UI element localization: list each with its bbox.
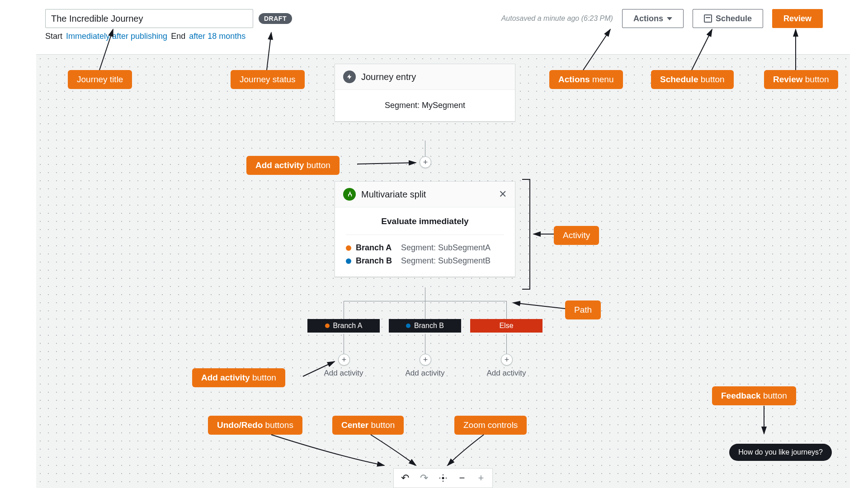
- add-activity-button-a[interactable]: +: [338, 354, 350, 366]
- journey-title-input[interactable]: [45, 9, 253, 28]
- journey-schedule-summary: Start Immediately after publishing End a…: [45, 32, 292, 41]
- journey-status-badge: DRAFT: [259, 13, 292, 24]
- zoom-out-button[interactable]: −: [457, 473, 467, 483]
- callout-review-button: Review button: [764, 70, 838, 89]
- branch-else-chip[interactable]: Else: [470, 319, 542, 333]
- lightning-icon: [343, 70, 356, 83]
- evaluate-text: Evaluate immediately: [346, 216, 504, 235]
- journey-canvas[interactable]: Journey entry Segment: MySegment + Multi…: [36, 54, 850, 488]
- schedule-label: Schedule: [716, 14, 752, 23]
- schedule-button[interactable]: Schedule: [693, 9, 763, 28]
- zoom-in-button[interactable]: +: [476, 473, 486, 483]
- branch-a-name: Branch A: [356, 243, 396, 253]
- add-activity-label: Add activity: [406, 369, 445, 378]
- callout-path: Path: [565, 300, 601, 319]
- callout-journey-status: Journey status: [231, 70, 305, 89]
- undo-button[interactable]: ↶: [400, 473, 410, 483]
- callout-undo-redo: Undo/Redo buttons: [208, 416, 302, 435]
- branch-a-segment: Segment: SubSegmentA: [401, 243, 491, 253]
- callout-feedback: Feedback button: [712, 386, 796, 405]
- callout-add-activity-bottom: Add activity button: [192, 368, 285, 387]
- center-button[interactable]: [438, 473, 448, 483]
- entry-segment: Segment: MySegment: [335, 90, 515, 121]
- actions-label: Actions: [633, 14, 663, 23]
- add-activity-button-b[interactable]: +: [420, 354, 431, 366]
- split-icon: [343, 188, 356, 201]
- activity-bracket: [522, 179, 530, 290]
- dot-orange-icon: [325, 324, 330, 328]
- connector-line: [344, 301, 344, 319]
- branch-b-name: Branch B: [356, 256, 396, 266]
- connector-line: [344, 334, 344, 357]
- dot-blue-icon: [346, 258, 351, 264]
- connector-line: [506, 301, 507, 319]
- svg-point-0: [442, 477, 444, 479]
- connector-line: [425, 334, 425, 357]
- callout-actions-menu: Actions menu: [549, 70, 623, 89]
- start-label: Start: [45, 32, 62, 41]
- chip-b-label: Branch B: [414, 322, 444, 330]
- canvas-toolbar: ↶ ↷ − +: [393, 468, 493, 488]
- add-activity-button-else[interactable]: +: [501, 354, 513, 366]
- connector-line: [506, 334, 507, 357]
- callout-zoom: Zoom controls: [454, 416, 527, 435]
- chip-else-label: Else: [499, 322, 513, 330]
- callout-add-activity-top: Add activity button: [246, 156, 340, 175]
- callout-activity: Activity: [554, 226, 599, 245]
- connector-line: [425, 287, 425, 301]
- branch-row-a: Branch A Segment: SubSegmentA: [346, 241, 504, 254]
- callout-center: Center button: [332, 416, 404, 435]
- chevron-down-icon: [667, 17, 672, 20]
- add-activity-label: Add activity: [487, 369, 526, 378]
- start-value-link[interactable]: Immediately after publishing: [66, 32, 167, 41]
- multivariate-split-node[interactable]: Multivariate split ✕ Evaluate immediatel…: [335, 181, 515, 277]
- add-activity-label: Add activity: [324, 369, 363, 378]
- header: DRAFT Start Immediately after publishing…: [0, 0, 868, 46]
- end-value-link[interactable]: after 18 months: [189, 32, 245, 41]
- redo-button[interactable]: ↷: [419, 473, 429, 483]
- callout-journey-title: Journey title: [68, 70, 132, 89]
- callout-schedule-button: Schedule button: [651, 70, 734, 89]
- review-button[interactable]: Review: [772, 9, 823, 28]
- entry-title: Journey entry: [361, 72, 416, 82]
- branch-a-chip[interactable]: Branch A: [307, 319, 380, 333]
- close-icon[interactable]: ✕: [499, 188, 507, 200]
- branch-row-b: Branch B Segment: SubSegmentB: [346, 254, 504, 267]
- dot-orange-icon: [346, 245, 351, 251]
- branch-b-chip[interactable]: Branch B: [389, 319, 461, 333]
- chip-a-label: Branch A: [333, 322, 363, 330]
- dot-blue-icon: [406, 324, 410, 328]
- branch-b-segment: Segment: SubSegmentB: [401, 256, 491, 266]
- feedback-button[interactable]: How do you like journeys?: [729, 444, 832, 461]
- journey-entry-node[interactable]: Journey entry Segment: MySegment: [335, 64, 515, 122]
- autosave-text: Autosaved a minute ago (6:23 PM): [501, 14, 613, 23]
- connector-line: [425, 301, 425, 319]
- split-title: Multivariate split: [361, 189, 426, 200]
- actions-menu-button[interactable]: Actions: [622, 9, 684, 28]
- add-activity-button-top[interactable]: +: [420, 156, 431, 168]
- calendar-icon: [704, 14, 712, 23]
- end-label: End: [171, 32, 185, 41]
- review-label: Review: [783, 14, 811, 23]
